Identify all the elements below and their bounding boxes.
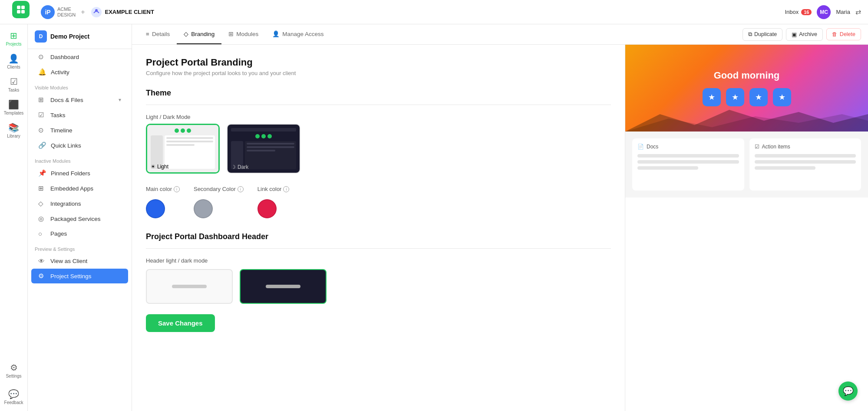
dark-dot-2 bbox=[261, 134, 266, 138]
inbox-button[interactable]: Inbox 16 bbox=[785, 9, 812, 15]
preview-col-docs: 📄 Docs bbox=[632, 138, 744, 191]
project-icon: D bbox=[35, 30, 47, 43]
dashboard-icon: ⊙ bbox=[38, 53, 46, 61]
dark-main bbox=[245, 141, 296, 169]
user-avatar[interactable]: MC bbox=[817, 5, 831, 19]
dashboard-header-title: Project Portal Dashboard Header bbox=[146, 232, 611, 241]
sidebar-item-activity[interactable]: 🔔 Activity bbox=[31, 65, 128, 79]
settings-label: Settings bbox=[6, 374, 21, 378]
main-color-info-icon[interactable]: i bbox=[174, 186, 180, 192]
packaged-services-label: Packaged Services bbox=[50, 216, 101, 222]
client-name: EXAMPLE CLIENT bbox=[105, 9, 154, 15]
light-theme-card[interactable]: ☀ Light bbox=[146, 124, 220, 174]
link-color-label: Link color i bbox=[257, 186, 290, 192]
feedback-icon: 💬 bbox=[8, 389, 19, 399]
settings-icon: ⚙ bbox=[10, 362, 18, 373]
chat-button[interactable]: 💬 bbox=[838, 381, 858, 401]
sidebar-item-timeline[interactable]: ⊙ Timeline bbox=[31, 123, 128, 138]
app-logo[interactable] bbox=[12, 1, 30, 18]
tab-manage-access[interactable]: 👤 Manage Access bbox=[265, 24, 330, 44]
sidebar-item-view-as-client[interactable]: 👁 View as Client bbox=[31, 254, 128, 268]
preview-good-morning: Good morning bbox=[714, 70, 780, 81]
inbox-label: Inbox bbox=[785, 9, 799, 15]
page-subtitle: Configure how the project portal looks t… bbox=[146, 70, 611, 76]
sidebar-item-project-settings[interactable]: ⚙ Project Settings bbox=[31, 269, 128, 283]
sidebar-item-packaged-services[interactable]: ◎ Packaged Services bbox=[31, 211, 128, 226]
mountain-silhouette bbox=[625, 105, 868, 132]
project-name: Demo Project bbox=[50, 33, 89, 40]
tab-modules-label: Modules bbox=[236, 31, 258, 37]
sidebar-item-dashboard[interactable]: ⊙ Dashboard bbox=[31, 49, 128, 64]
dark-theme-card[interactable]: ☽ Dark bbox=[227, 124, 300, 174]
delete-button[interactable]: 🗑 Delete bbox=[826, 28, 861, 40]
section-divider-2 bbox=[146, 248, 611, 249]
client-logo[interactable]: EXAMPLE CLIENT bbox=[90, 6, 154, 18]
docs-icon: ⊞ bbox=[38, 96, 46, 104]
link-color-swatch[interactable] bbox=[257, 199, 277, 218]
templates-icon: ⬛ bbox=[8, 99, 19, 110]
sidebar-item-clients[interactable]: 👤 Clients bbox=[2, 51, 26, 72]
project-settings-label: Project Settings bbox=[50, 273, 92, 279]
light-main bbox=[165, 135, 215, 169]
save-changes-button[interactable]: Save Changes bbox=[146, 314, 215, 332]
secondary-color-info-icon[interactable]: i bbox=[238, 186, 244, 192]
header-dark-card[interactable] bbox=[240, 269, 327, 304]
sidebar-item-integrations[interactable]: ◇ Integrations bbox=[31, 196, 128, 211]
dashboard-label: Dashboard bbox=[50, 54, 79, 60]
dark-dot-3 bbox=[267, 134, 272, 138]
sidebar-item-quick-links[interactable]: 🔗 Quick Links bbox=[31, 138, 128, 153]
link-color-info-icon[interactable]: i bbox=[283, 186, 289, 192]
duplicate-button[interactable]: ⧉ Duplicate bbox=[743, 28, 782, 41]
sidebar-item-pinned-folders[interactable]: 📌 Pinned Folders bbox=[31, 166, 128, 181]
sidebar-item-docs-files[interactable]: ⊞ Docs & Files ▾ bbox=[31, 92, 128, 107]
svg-point-5 bbox=[95, 9, 98, 12]
dark-theme-label: ☽ Dark bbox=[231, 164, 248, 170]
sidebar-item-library[interactable]: 📚 Library bbox=[2, 120, 26, 141]
archive-label: Archive bbox=[799, 31, 817, 37]
plus-divider: + bbox=[81, 8, 85, 16]
topbar: iP ACME DESIGN + EXAMPLE CLIENT bbox=[0, 0, 868, 24]
tab-branding[interactable]: ◇ Branding bbox=[177, 24, 221, 44]
tab-modules[interactable]: ⊞ Modules bbox=[221, 24, 265, 44]
dark-line-3 bbox=[247, 150, 275, 151]
refresh-icon[interactable]: ⇄ bbox=[855, 8, 861, 16]
sidebar-item-templates[interactable]: ⬛ Templates bbox=[2, 97, 26, 118]
tasks-label: Tasks bbox=[8, 88, 20, 92]
main-color-swatch[interactable] bbox=[146, 199, 165, 218]
preview-docs-header: 📄 Docs bbox=[637, 144, 739, 150]
preview-actions-header: ☑ Action items bbox=[755, 144, 856, 150]
preview-star-3: ★ bbox=[749, 88, 768, 106]
project-settings-icon: ⚙ bbox=[38, 272, 46, 280]
actions-col-icon: ☑ bbox=[755, 144, 759, 150]
sidebar-item-projects[interactable]: ⊞ Projects bbox=[2, 28, 26, 49]
acme-logo[interactable]: iP ACME DESIGN bbox=[41, 5, 76, 19]
projects-icon: ⊞ bbox=[10, 30, 17, 41]
clients-label: Clients bbox=[7, 65, 20, 69]
main-color-field: Main color i bbox=[146, 186, 180, 218]
sidebar-item-settings[interactable]: ⚙ Settings bbox=[2, 360, 26, 381]
docs-col-icon: 📄 bbox=[637, 144, 644, 150]
branding-icon: ◇ bbox=[184, 30, 188, 37]
secondary-color-swatch[interactable] bbox=[194, 199, 213, 218]
docs-col-label: Docs bbox=[647, 144, 658, 150]
sidebar-item-tasks[interactable]: ☑ Tasks bbox=[31, 108, 128, 122]
light-line-2 bbox=[166, 141, 213, 142]
dark-topbar bbox=[231, 128, 296, 132]
sidebar-item-tasks[interactable]: ☑ Tasks bbox=[2, 74, 26, 95]
project-header[interactable]: D Demo Project bbox=[28, 24, 132, 49]
embedded-apps-icon: ⊞ bbox=[38, 184, 46, 192]
tab-manage-access-label: Manage Access bbox=[282, 31, 323, 37]
activity-label: Activity bbox=[51, 69, 69, 76]
archive-button[interactable]: ▣ Archive bbox=[786, 28, 823, 41]
chevron-down-icon: ▾ bbox=[119, 97, 121, 103]
sidebar-item-feedback[interactable]: 💬 Feedback bbox=[2, 386, 26, 408]
projects-label: Projects bbox=[6, 42, 21, 46]
delete-label: Delete bbox=[840, 31, 855, 37]
inactive-modules-label: Inactive Modules bbox=[28, 153, 132, 165]
sidebar-item-pages[interactable]: ○ Pages bbox=[31, 227, 128, 241]
tab-details[interactable]: ≡ Details bbox=[139, 25, 177, 44]
sidebar-item-embedded-apps[interactable]: ⊞ Embedded Apps bbox=[31, 181, 128, 196]
preview-columns: 📄 Docs ☑ Action items bbox=[632, 138, 861, 191]
header-light-card[interactable] bbox=[146, 269, 233, 304]
integrations-label: Integrations bbox=[50, 201, 81, 207]
